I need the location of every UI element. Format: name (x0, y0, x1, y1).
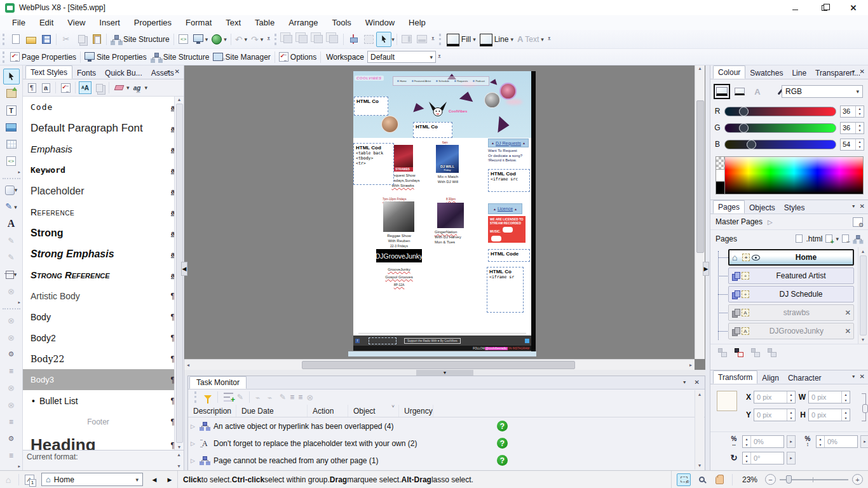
task-row[interactable]: Page cannot be reached from any other pa… (188, 452, 705, 469)
warp-tool[interactable] (3, 283, 20, 299)
chevron-down-icon[interactable] (224, 36, 227, 43)
task-details-icon[interactable] (290, 393, 294, 402)
chevron-down-icon[interactable] (473, 36, 476, 43)
white-swatch[interactable] (715, 170, 725, 182)
spinner-arrows[interactable] (855, 106, 864, 117)
groovejunky-links[interactable]: GrooveJunkyGospol Grooves8P-12A (376, 266, 422, 288)
fill-swatch-button[interactable] (714, 85, 729, 98)
panel-close-icon[interactable] (860, 68, 865, 75)
slider-thumb[interactable] (739, 107, 749, 116)
task-help-icon[interactable]: ? (497, 421, 508, 431)
restore-button[interactable] (810, 0, 839, 15)
save-button[interactable] (39, 32, 54, 47)
scroll-down-icon[interactable] (862, 337, 864, 342)
groove-link[interactable]: Gospol Grooves (376, 273, 422, 281)
zoom-slider[interactable] (780, 474, 848, 485)
scroll-right-icon[interactable] (689, 362, 692, 368)
groove-link[interactable]: GrooveJunky (376, 266, 422, 273)
spinner-arrows[interactable] (743, 452, 751, 464)
redo-button[interactable] (249, 32, 265, 47)
html-code-object[interactable]: HTML Cod <iframe src (488, 169, 530, 192)
page-item[interactable]: + DJ Schedule (728, 286, 854, 302)
licence-button[interactable]: Licence (488, 203, 522, 214)
menu-item[interactable]: Properties (127, 16, 179, 29)
task-monitor-scrollbar[interactable] (695, 390, 704, 470)
channel-slider[interactable] (724, 123, 836, 133)
reggae-caption[interactable]: Reggae ShowWith Reuben22-3 Fridays (379, 233, 419, 248)
page-item[interactable]: + Home (728, 249, 854, 266)
page-badge[interactable]: + (742, 272, 749, 280)
panel-tab[interactable]: Text Styles (25, 65, 72, 79)
preview-button[interactable] (191, 32, 210, 47)
style-item[interactable]: Placeholder a (23, 180, 184, 201)
toolbar-grip[interactable] (194, 391, 197, 403)
slider-thumb[interactable] (747, 140, 756, 149)
forward-one-button[interactable] (311, 32, 326, 47)
eye-icon[interactable] (752, 255, 760, 261)
page-nav-down-icon[interactable] (766, 348, 776, 357)
delete-icon[interactable] (845, 327, 851, 336)
style-item[interactable]: Default Paragraph Font a (23, 118, 184, 139)
filter-icon[interactable] (204, 395, 212, 400)
gadget-tool[interactable] (3, 346, 20, 362)
html-code-object[interactable]: HTML Cod <table back<tbody><tr> (353, 143, 394, 185)
panel-layout-button[interactable] (399, 32, 414, 47)
menu-item[interactable]: Arrange (281, 16, 325, 29)
undo-button[interactable] (233, 32, 249, 47)
asset-tool[interactable] (3, 86, 20, 102)
menu-item[interactable]: Insert (92, 16, 127, 29)
canvas-horizontal-scrollbar[interactable] (184, 359, 695, 370)
groove-link[interactable]: 8P-12A (376, 281, 422, 288)
menu-item[interactable]: Window (358, 16, 402, 29)
ginger-time-label[interactable]: 8:30pm (446, 198, 456, 201)
scroll-up-icon[interactable] (698, 65, 701, 71)
channel-slider[interactable] (724, 107, 836, 116)
spectrum-gradient[interactable] (725, 156, 864, 194)
spinner-arrows[interactable] (841, 409, 850, 421)
spinner-arrows[interactable] (787, 409, 795, 421)
zoom-selection-button[interactable] (677, 473, 691, 486)
page-nav-up-icon[interactable] (750, 348, 760, 357)
scroll-up-icon[interactable] (177, 452, 180, 458)
add-task-icon[interactable] (224, 393, 233, 402)
cms-tool[interactable] (3, 397, 20, 413)
scroll-down-icon[interactable] (177, 463, 180, 469)
forum-tool[interactable] (3, 330, 20, 346)
scale-y-options-button[interactable] (860, 435, 868, 448)
style-item[interactable]: Strong a (23, 222, 184, 243)
ginger-show-image[interactable] (437, 203, 464, 228)
add-page-icon[interactable] (825, 234, 832, 243)
toolbar-overflow-button[interactable] (265, 32, 272, 46)
site-manager-button[interactable]: Site Manager (211, 50, 272, 65)
form-tool[interactable] (3, 363, 20, 379)
task-row[interactable]: Don't forget to replace the placeholder … (188, 435, 705, 452)
menu-item[interactable]: Edit (32, 16, 60, 29)
page-nav-item[interactable]: Featured Artist (412, 79, 431, 83)
collapse-handle-down[interactable] (416, 370, 473, 376)
page-badge[interactable]: A (742, 327, 749, 335)
spinner-arrows[interactable] (855, 139, 864, 150)
character-style-button[interactable] (39, 81, 52, 94)
style-item[interactable]: Keyword a (23, 159, 184, 180)
toolbar-grip[interactable] (275, 34, 277, 45)
style-item[interactable]: Body22 ¶ (23, 348, 184, 369)
page-nav-first-icon[interactable] (717, 348, 727, 357)
document-page[interactable]: COOLVIBES HomeFeatured ArtistScheduleReq… (353, 71, 531, 351)
rotation-options-button[interactable] (787, 452, 796, 464)
scroll-down-icon[interactable] (178, 444, 180, 450)
facebook-icon[interactable]: f (355, 339, 360, 343)
spectrum-swatches[interactable] (715, 156, 725, 194)
html-code-object[interactable]: HTML Co <iframe sr (487, 267, 524, 313)
task-row[interactable]: An active object or hyperlink has been o… (188, 417, 705, 435)
chevron-down-icon[interactable] (510, 36, 513, 43)
fix-all-icon[interactable] (268, 393, 276, 402)
panel-tab[interactable]: Quick Bu... (100, 67, 147, 79)
zoom-tool-button[interactable] (695, 473, 709, 486)
task-row[interactable]: Page contains two or more objects with t… (188, 469, 705, 470)
support-text-box[interactable]: Support the Radio With ♥ By CoolVibes (404, 338, 461, 344)
chevron-down-icon[interactable] (261, 36, 264, 43)
chevron-down-icon[interactable] (245, 36, 248, 43)
style-item[interactable]: Body ¶ (23, 306, 184, 327)
script-tool[interactable] (3, 431, 20, 447)
avatar[interactable] (381, 116, 398, 133)
